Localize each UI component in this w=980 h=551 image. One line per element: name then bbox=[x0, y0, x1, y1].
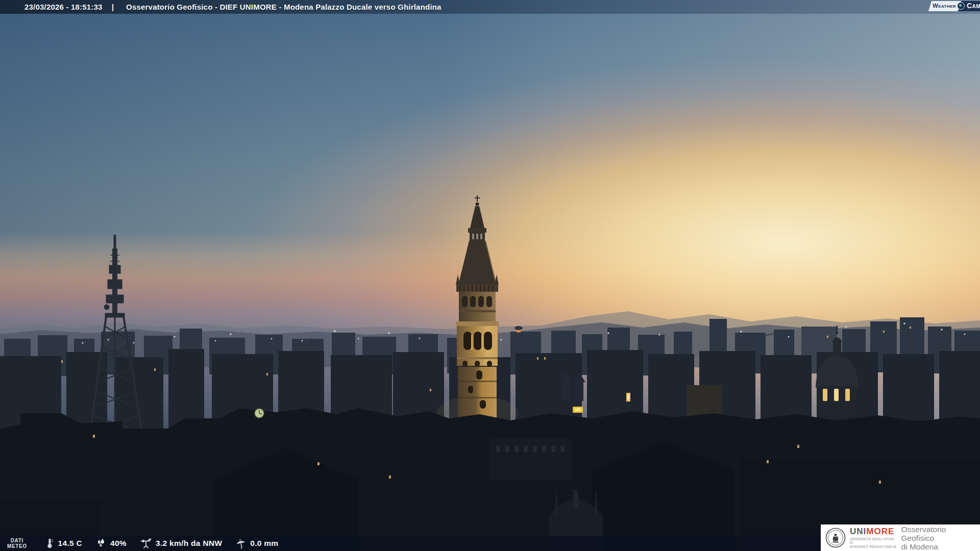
umbrella-icon bbox=[235, 538, 247, 549]
header-bar: 23/03/2026 - 18:51:33 | Osservatorio Geo… bbox=[0, 0, 980, 14]
wind-vane-icon bbox=[140, 538, 152, 549]
city-skyline-graphic bbox=[0, 0, 980, 551]
unimore-brand-box[interactable]: UNIMORE UNIVERSITÀ DEGLI STUDI DI MODENA… bbox=[821, 524, 980, 551]
wind-reading: 3.2 km/h da NNW bbox=[140, 538, 222, 549]
dome-lit-windows bbox=[823, 389, 850, 401]
separator: | bbox=[112, 3, 114, 11]
precipitation-value: 0.0 mm bbox=[250, 539, 278, 548]
unimore-seal bbox=[825, 528, 846, 548]
globe-icon bbox=[957, 2, 965, 10]
unimore-more: MORE bbox=[866, 527, 894, 536]
precipitation-reading: 0.0 mm bbox=[235, 538, 278, 549]
observatory-name: Osservatorio Geofisico di Modena bbox=[901, 525, 980, 551]
logo-weather-text: Weather bbox=[933, 3, 956, 9]
temperature-value: 14.5 C bbox=[58, 539, 82, 548]
timestamp: 23/03/2026 - 18:51:33 bbox=[24, 3, 103, 11]
dati-meteo-label: DATI METEO bbox=[7, 538, 27, 549]
lit-sign bbox=[573, 407, 583, 413]
statue bbox=[573, 490, 578, 508]
page-title: Osservatorio Geofisico - DIEF UNIMORE - … bbox=[126, 3, 442, 11]
unimore-uni: UNI bbox=[850, 527, 866, 536]
weathercam-logo[interactable]: Weather Cam bbox=[929, 1, 980, 11]
humidity-reading: 40% bbox=[95, 538, 127, 549]
thermometer-icon bbox=[44, 538, 55, 549]
webcam-frame: 23/03/2026 - 18:51:33 | Osservatorio Geo… bbox=[0, 0, 980, 551]
clock-face bbox=[255, 409, 264, 418]
humidity-value: 40% bbox=[110, 539, 127, 548]
weather-readings: 14.5 C 40% 3.2 km/h da NNW bbox=[44, 538, 292, 549]
temperature-reading: 14.5 C bbox=[44, 538, 82, 549]
unimore-subtitle: UNIVERSITÀ DEGLI STUDI DI MODENA E REGGI… bbox=[850, 537, 898, 549]
logo-cam-text: Cam bbox=[967, 2, 980, 10]
wind-value: 3.2 km/h da NNW bbox=[156, 539, 222, 548]
unimore-wordmark: UNIMORE UNIVERSITÀ DEGLI STUDI DI MODENA… bbox=[850, 527, 898, 549]
humidity-icon bbox=[95, 538, 107, 549]
bright-window bbox=[626, 393, 630, 402]
